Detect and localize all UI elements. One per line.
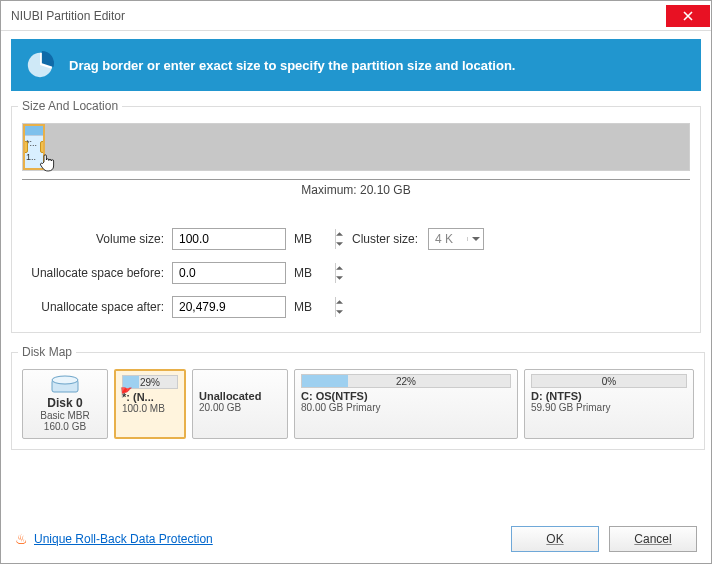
cluster-size-value: 4 K	[429, 232, 467, 246]
partition-box[interactable]: Unallocated20.00 GB	[192, 369, 288, 439]
maximum-size-label: Maximum: 20.10 GB	[295, 183, 416, 197]
cancel-button[interactable]: Cancel	[609, 526, 697, 552]
window-title: NIUBI Partition Editor	[11, 9, 125, 23]
unalloc-before-label: Unallocate space before:	[22, 266, 172, 280]
partition-label: C: OS(NTFS)	[301, 390, 511, 402]
svg-point-2	[52, 376, 78, 384]
flag-icon: 🚩	[120, 387, 132, 398]
partition-box[interactable]: 22%C: OS(NTFS)80.00 GB Primary	[294, 369, 518, 439]
partition-bar-container: *:.. 1.. Maximum: 20.10 GB	[22, 123, 690, 216]
size-location-legend: Size And Location	[18, 99, 122, 113]
disk-icon	[51, 374, 79, 394]
partition-bar[interactable]: *:.. 1..	[22, 123, 690, 171]
maximum-size-divider: Maximum: 20.10 GB	[22, 179, 690, 198]
partition-box[interactable]: 0%D: (NTFS)59.90 GB Primary	[524, 369, 694, 439]
instruction-banner: Drag border or enter exact size to speci…	[11, 39, 701, 91]
titlebar: NIUBI Partition Editor	[1, 1, 711, 31]
rollback-link-wrap: ♨ Unique Roll-Back Data Protection	[15, 531, 213, 547]
resize-handle-left[interactable]	[23, 141, 28, 153]
disk-map-group: Disk Map Disk 0 Basic MBR 160.0 GB 29%🚩*…	[11, 345, 705, 450]
unalloc-before-spin-down[interactable]	[336, 273, 343, 283]
volume-size-spin-up[interactable]	[336, 229, 343, 239]
ok-button[interactable]: OK	[511, 526, 599, 552]
close-icon	[683, 11, 693, 21]
partition-sub: 59.90 GB Primary	[531, 402, 687, 413]
usage-bar: 0%	[531, 374, 687, 388]
disk-type: Basic MBR	[29, 410, 101, 421]
pie-chart-icon	[25, 50, 55, 80]
unalloc-before-unit: MB	[294, 266, 312, 280]
cluster-size-label: Cluster size:	[352, 232, 418, 246]
volume-size-label: Volume size:	[22, 232, 172, 246]
unalloc-after-label: Unallocate space after:	[22, 300, 172, 314]
app-window: NIUBI Partition Editor Drag border or en…	[0, 0, 712, 564]
chevron-down-icon	[467, 237, 483, 241]
disk-box[interactable]: Disk 0 Basic MBR 160.0 GB	[22, 369, 108, 439]
usage-percent: 22%	[302, 375, 510, 387]
volume-size-input-wrap	[172, 228, 286, 250]
partition-sub: 20.00 GB	[199, 402, 281, 413]
rollback-link[interactable]: Unique Roll-Back Data Protection	[34, 532, 213, 546]
unalloc-after-spin-down[interactable]	[336, 307, 343, 317]
disk-size: 160.0 GB	[29, 421, 101, 432]
unalloc-after-unit: MB	[294, 300, 312, 314]
banner-message: Drag border or enter exact size to speci…	[69, 58, 515, 73]
unalloc-before-spin-up[interactable]	[336, 263, 343, 273]
disk-map-legend: Disk Map	[18, 345, 76, 359]
partition-sub: 80.00 GB Primary	[301, 402, 511, 413]
footer: ♨ Unique Roll-Back Data Protection OK Ca…	[1, 515, 711, 563]
close-button[interactable]	[666, 5, 710, 27]
usage-bar: 22%	[301, 374, 511, 388]
size-location-group: Size And Location *:.. 1.. Maximum: 20.1…	[11, 99, 701, 333]
disk-map-row: Disk 0 Basic MBR 160.0 GB 29%🚩*: (N...10…	[22, 369, 694, 439]
flame-icon: ♨	[15, 531, 28, 547]
unalloc-before-input-wrap	[172, 262, 286, 284]
unalloc-after-spin-up[interactable]	[336, 297, 343, 307]
partition-label: Unallocated	[199, 390, 281, 402]
volume-size-spin-down[interactable]	[336, 239, 343, 249]
partition-sub: 100.0 MB	[122, 403, 178, 414]
hand-cursor-icon	[37, 152, 57, 172]
partition-label: D: (NTFS)	[531, 390, 687, 402]
usage-percent: 0%	[532, 375, 686, 387]
disk-name: Disk 0	[29, 396, 101, 410]
cluster-size-select[interactable]: 4 K	[428, 228, 484, 250]
unalloc-after-input-wrap	[172, 296, 286, 318]
volume-size-unit: MB	[294, 232, 312, 246]
partition-box[interactable]: 29%🚩*: (N...100.0 MB	[114, 369, 186, 439]
